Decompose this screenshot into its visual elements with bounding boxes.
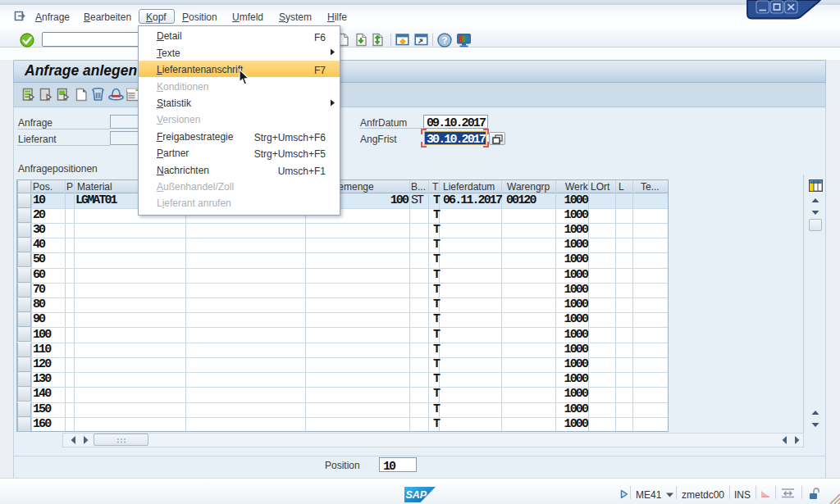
svg-text:?: ?	[441, 35, 447, 45]
svg-text:SAP: SAP	[406, 489, 427, 501]
